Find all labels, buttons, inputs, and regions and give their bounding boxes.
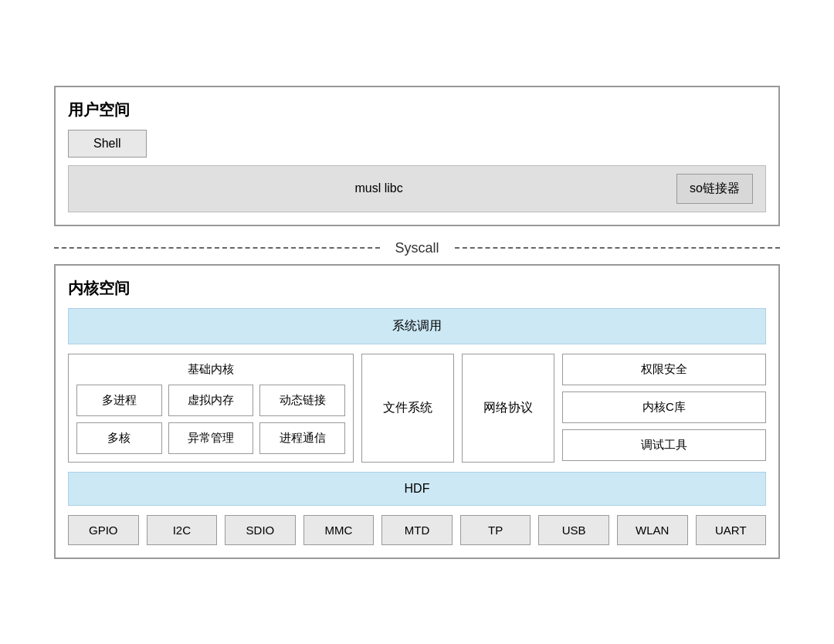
base-kernel-box: 基础内核 多进程 虚拟内存 动态链接 多核 异常管理 进程通信 (68, 354, 354, 463)
base-kernel-item-1: 虚拟内存 (168, 385, 254, 416)
user-space-title: 用户空间 (68, 100, 766, 120)
libc-label: musl libc (81, 181, 676, 195)
driver-tp: TP (460, 515, 531, 545)
user-space-shell-row: Shell (68, 130, 766, 158)
dashed-line-right (455, 247, 781, 249)
base-kernel-item-4: 异常管理 (168, 422, 254, 454)
right-item-2: 调试工具 (562, 429, 766, 461)
driver-wlan: WLAN (617, 515, 688, 545)
hdf-bar: HDF (68, 472, 766, 506)
syscall-label: Syscall (380, 240, 455, 256)
driver-mmc: MMC (303, 515, 375, 545)
dashed-line-left (54, 247, 380, 249)
right-item-1: 内核C库 (562, 391, 766, 423)
driver-gpio: GPIO (68, 515, 139, 545)
base-kernel-item-2: 动态链接 (259, 385, 345, 416)
diagram-container: 用户空间 Shell musl libc so链接器 Syscall 内核空间 … (39, 70, 795, 575)
base-kernel-title: 基础内核 (76, 362, 345, 377)
kernel-mid-section: 基础内核 多进程 虚拟内存 动态链接 多核 异常管理 进程通信 文件系统 网络协… (68, 354, 766, 463)
right-item-0: 权限安全 (562, 354, 766, 385)
driver-row: GPIO I2C SDIO MMC MTD TP USB WLAN UART (68, 515, 766, 545)
base-kernel-item-3: 多核 (76, 422, 162, 454)
so-linker-box: so链接器 (676, 174, 753, 204)
right-column: 权限安全 内核C库 调试工具 (562, 354, 766, 463)
kernel-space-box: 内核空间 系统调用 基础内核 多进程 虚拟内存 动态链接 多核 异常管理 进程通… (54, 264, 780, 559)
filesystem-box: 文件系统 (361, 354, 454, 463)
driver-mtd: MTD (381, 515, 453, 545)
syscall-divider: Syscall (54, 240, 780, 256)
libc-row: musl libc so链接器 (68, 165, 766, 212)
driver-sdio: SDIO (225, 515, 296, 545)
network-protocol-box: 网络协议 (462, 354, 554, 463)
driver-i2c: I2C (147, 515, 218, 545)
network-protocol-label: 网络协议 (483, 400, 533, 416)
driver-uart: UART (696, 515, 767, 545)
syscall-bar: 系统调用 (68, 308, 766, 344)
base-kernel-item-5: 进程通信 (259, 422, 345, 454)
filesystem-label: 文件系统 (383, 400, 432, 416)
base-kernel-item-0: 多进程 (76, 385, 162, 416)
base-kernel-grid: 多进程 虚拟内存 动态链接 多核 异常管理 进程通信 (76, 385, 345, 454)
driver-usb: USB (538, 515, 609, 545)
shell-box: Shell (68, 130, 147, 158)
kernel-space-title: 内核空间 (68, 278, 766, 299)
user-space-box: 用户空间 Shell musl libc so链接器 (54, 86, 780, 226)
